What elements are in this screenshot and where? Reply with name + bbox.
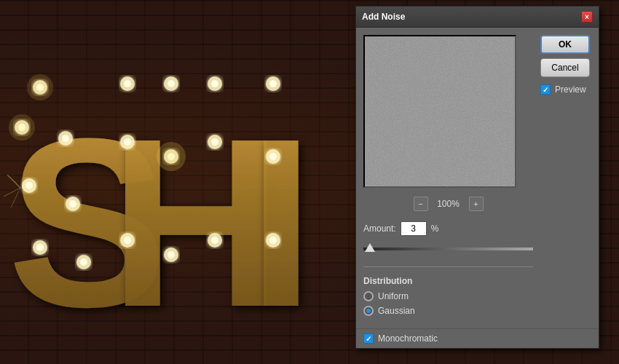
zoom-in-button[interactable]: + xyxy=(469,197,484,211)
amount-row: Amount: % xyxy=(363,220,533,237)
divider-1 xyxy=(363,266,533,267)
gaussian-radio-row[interactable]: Gaussian xyxy=(363,304,533,318)
svg-point-41 xyxy=(269,153,277,160)
monochromatic-label: Monochromatic xyxy=(378,333,438,344)
svg-point-23 xyxy=(167,80,175,87)
svg-point-45 xyxy=(9,114,35,141)
svg-point-31 xyxy=(211,138,218,146)
close-button[interactable]: × xyxy=(581,11,593,23)
svg-point-39 xyxy=(269,80,277,87)
distribution-section: Distribution Uniform Gaussian xyxy=(363,276,533,318)
amount-label: Amount: xyxy=(363,223,396,234)
add-noise-dialog: Add Noise × − 100% + Amount: % xyxy=(355,6,599,349)
svg-point-43 xyxy=(269,237,277,244)
preview-text: Preview xyxy=(555,84,586,95)
monochromatic-checkbox[interactable] xyxy=(363,333,374,344)
svg-point-25 xyxy=(211,80,218,87)
dialog-left-panel: − 100% + Amount: % Distribution xyxy=(363,35,533,318)
dialog-titlebar: Add Noise × xyxy=(356,7,599,28)
svg-point-33 xyxy=(124,237,131,244)
dialog-body: − 100% + Amount: % Distribution xyxy=(356,28,599,325)
svg-point-8 xyxy=(62,135,69,142)
zoom-out-button[interactable]: − xyxy=(414,197,428,211)
zoom-controls: − 100% + xyxy=(363,194,533,214)
svg-point-16 xyxy=(80,258,87,266)
percent-label: % xyxy=(431,223,439,234)
monochromatic-row[interactable]: Monochromatic xyxy=(356,328,599,348)
uniform-radio[interactable] xyxy=(363,291,374,301)
uniform-label: Uniform xyxy=(378,291,409,301)
shi-letters: S H I xyxy=(0,0,357,364)
dialog-title: Add Noise xyxy=(362,12,405,22)
svg-point-10 xyxy=(25,182,33,189)
amount-slider-row xyxy=(363,243,533,258)
preview-checkbox[interactable] xyxy=(540,84,551,95)
preview-row: Preview xyxy=(540,84,591,95)
uniform-radio-row[interactable]: Uniform xyxy=(363,289,533,304)
zoom-level: 100% xyxy=(434,199,463,209)
svg-point-14 xyxy=(36,244,44,251)
svg-point-12 xyxy=(69,200,76,207)
svg-point-44 xyxy=(27,74,53,100)
svg-point-27 xyxy=(124,138,131,146)
svg-text:I: I xyxy=(248,88,315,357)
svg-point-37 xyxy=(211,237,218,244)
preview-image-box[interactable] xyxy=(363,35,516,188)
ok-button[interactable]: OK xyxy=(540,35,590,54)
dialog-right-panel: OK Cancel Preview xyxy=(540,35,591,318)
amount-slider-track[interactable] xyxy=(363,248,533,250)
slider-thumb[interactable] xyxy=(365,243,375,252)
svg-point-46 xyxy=(157,142,186,171)
noise-preview xyxy=(365,36,515,186)
cancel-button[interactable]: Cancel xyxy=(540,58,590,77)
svg-point-35 xyxy=(167,251,175,258)
gaussian-label: Gaussian xyxy=(378,306,415,316)
distribution-label: Distribution xyxy=(363,276,533,286)
amount-input[interactable] xyxy=(401,221,427,236)
svg-point-21 xyxy=(124,80,131,87)
gaussian-radio[interactable] xyxy=(363,306,374,316)
